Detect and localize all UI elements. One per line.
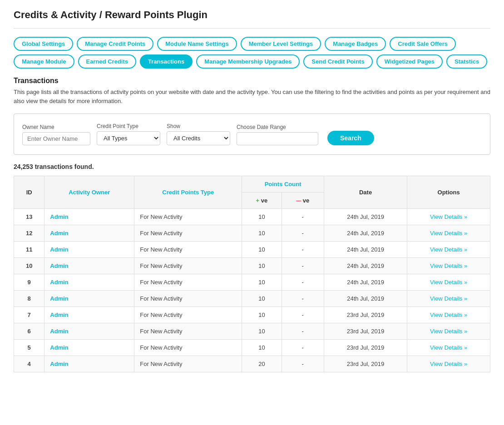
col-points-count: Points Count <box>242 176 324 193</box>
row-id: 9 <box>14 274 44 291</box>
row-options: View Details » <box>407 356 490 372</box>
row-negative: - <box>282 307 324 323</box>
col-id: ID <box>14 176 44 209</box>
row-positive: 10 <box>242 258 282 274</box>
credit-point-type-label: Credit Point Type <box>97 123 160 129</box>
row-negative: - <box>282 356 324 372</box>
table-row: 11 Admin For New Activity 10 - 24th Jul,… <box>14 242 490 258</box>
nav-btn-manage-credit-points[interactable]: Manage Credit Points <box>77 37 153 51</box>
row-positive: 10 <box>242 209 282 225</box>
row-type: For New Activity <box>134 209 242 225</box>
row-type: For New Activity <box>134 323 242 340</box>
nav-btn-earned-credits[interactable]: Earned Credits <box>78 54 136 69</box>
row-id: 10 <box>14 258 44 274</box>
row-date: 23rd Jul, 2019 <box>324 340 407 356</box>
section-description: This page lists all the transactions of … <box>14 88 490 105</box>
nav-btn-transactions[interactable]: Transactions <box>140 54 193 69</box>
nav-btn-statstics[interactable]: Statstics <box>446 54 487 69</box>
title-divider <box>14 28 490 29</box>
col-credit-points-type: Credit Points Type <box>134 176 242 209</box>
nav-btn-manage-membership-upgrades[interactable]: Manage Membership Upgrades <box>196 54 300 69</box>
search-button[interactable]: Search <box>327 131 374 145</box>
row-owner: Admin <box>44 340 134 356</box>
row-type: For New Activity <box>134 340 242 356</box>
table-row: 4 Admin For New Activity 20 - 23rd Jul, … <box>14 356 490 372</box>
row-owner: Admin <box>44 323 134 340</box>
row-date: 23rd Jul, 2019 <box>324 323 407 340</box>
credit-point-type-select[interactable]: All TypesPositiveNegative <box>97 131 160 145</box>
row-negative: - <box>282 340 324 356</box>
row-negative: - <box>282 209 324 225</box>
page-wrapper: Credits & Activity / Reward Points Plugi… <box>0 0 504 425</box>
filter-row: Owner Name Credit Point Type All TypesPo… <box>22 123 482 145</box>
col-options: Options <box>407 176 490 209</box>
row-date: 24th Jul, 2019 <box>324 274 407 291</box>
row-type: For New Activity <box>134 258 242 274</box>
row-options: View Details » <box>407 225 490 242</box>
row-type: For New Activity <box>134 274 242 291</box>
row-options: View Details » <box>407 274 490 291</box>
row-negative: - <box>282 225 324 242</box>
table-row: 6 Admin For New Activity 10 - 23rd Jul, … <box>14 323 490 340</box>
row-owner: Admin <box>44 356 134 372</box>
row-owner: Admin <box>44 274 134 291</box>
row-positive: 10 <box>242 323 282 340</box>
row-type: For New Activity <box>134 242 242 258</box>
nav-btn-manage-badges[interactable]: Manage Badges <box>325 37 386 51</box>
nav-btn-widgetized-pages[interactable]: Widgetized Pages <box>376 54 443 69</box>
nav-btn-credit-sale-offers[interactable]: Credit Sale Offers <box>390 37 456 51</box>
nav-btn-global-settings[interactable]: Global Settings <box>14 37 73 51</box>
credit-point-type-field: Credit Point Type All TypesPositiveNegat… <box>97 123 160 145</box>
table-row: 7 Admin For New Activity 10 - 23rd Jul, … <box>14 307 490 323</box>
row-options: View Details » <box>407 258 490 274</box>
section-title: Transactions <box>14 77 490 85</box>
row-negative: - <box>282 274 324 291</box>
row-id: 13 <box>14 209 44 225</box>
row-owner: Admin <box>44 225 134 242</box>
row-date: 24th Jul, 2019 <box>324 209 407 225</box>
show-field: Show All CreditsPositive CreditsNegative… <box>167 123 230 145</box>
table-row: 13 Admin For New Activity 10 - 24th Jul,… <box>14 209 490 225</box>
row-date: 23rd Jul, 2019 <box>324 356 407 372</box>
row-positive: 20 <box>242 356 282 372</box>
row-positive: 10 <box>242 242 282 258</box>
row-type: For New Activity <box>134 225 242 242</box>
owner-name-label: Owner Name <box>22 124 90 130</box>
row-owner: Admin <box>44 291 134 307</box>
date-range-input[interactable] <box>237 132 318 145</box>
row-options: View Details » <box>407 209 490 225</box>
row-options: View Details » <box>407 323 490 340</box>
row-negative: - <box>282 242 324 258</box>
row-negative: - <box>282 323 324 340</box>
row-options: View Details » <box>407 242 490 258</box>
owner-name-input[interactable] <box>22 132 90 145</box>
show-select[interactable]: All CreditsPositive CreditsNegative Cred… <box>167 131 230 145</box>
row-positive: 10 <box>242 274 282 291</box>
show-label: Show <box>167 123 230 129</box>
row-id: 6 <box>14 323 44 340</box>
nav-btn-manage-module[interactable]: Manage Module <box>14 54 74 69</box>
table-row: 5 Admin For New Activity 10 - 23rd Jul, … <box>14 340 490 356</box>
col-date: Date <box>324 176 407 209</box>
row-id: 5 <box>14 340 44 356</box>
row-options: View Details » <box>407 307 490 323</box>
row-owner: Admin <box>44 258 134 274</box>
table-row: 10 Admin For New Activity 10 - 24th Jul,… <box>14 258 490 274</box>
nav-btn-module-name-settings[interactable]: Module Name Settings <box>157 37 237 51</box>
transactions-table: ID Activity Owner Credit Points Type Poi… <box>14 176 490 372</box>
table-row: 8 Admin For New Activity 10 - 24th Jul, … <box>14 291 490 307</box>
table-row: 12 Admin For New Activity 10 - 24th Jul,… <box>14 225 490 242</box>
col-points-negative: — ve <box>282 193 324 209</box>
row-type: For New Activity <box>134 291 242 307</box>
col-activity-owner: Activity Owner <box>44 176 134 209</box>
row-id: 7 <box>14 307 44 323</box>
row-options: View Details » <box>407 340 490 356</box>
row-negative: - <box>282 258 324 274</box>
nav-buttons: Global SettingsManage Credit PointsModul… <box>14 37 490 69</box>
row-owner: Admin <box>44 209 134 225</box>
row-id: 8 <box>14 291 44 307</box>
nav-btn-send-credit-points[interactable]: Send Credit Points <box>303 54 372 69</box>
nav-btn-member-level-settings[interactable]: Member Level Settings <box>241 37 321 51</box>
row-id: 11 <box>14 242 44 258</box>
row-owner: Admin <box>44 307 134 323</box>
